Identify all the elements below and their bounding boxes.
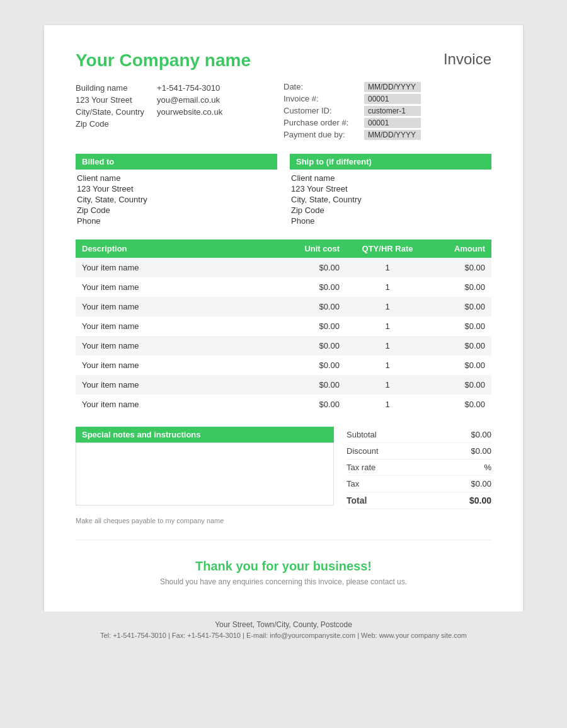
item-description: Your item name bbox=[76, 258, 284, 277]
customer-value: customer-1 bbox=[364, 106, 421, 116]
tax-row: Tax $0.00 bbox=[346, 476, 491, 492]
customer-id-row: Customer ID: customer-1 bbox=[284, 106, 491, 116]
item-unit-cost: $0.00 bbox=[284, 355, 346, 375]
billed-to-header: Billed to bbox=[76, 154, 277, 170]
table-row: Your item name $0.00 1 $0.00 bbox=[76, 395, 491, 414]
po-label: Purchase order #: bbox=[284, 118, 359, 128]
item-amount: $0.00 bbox=[429, 277, 491, 297]
item-description: Your item name bbox=[76, 297, 284, 316]
tax-value: $0.00 bbox=[471, 479, 491, 488]
company-name: Your Company name bbox=[76, 50, 251, 71]
table-row: Your item name $0.00 1 $0.00 bbox=[76, 258, 491, 277]
invoice-date-row: Date: MM/DD/YYYY bbox=[284, 82, 491, 92]
bottom-section: Special notes and instructions Subtotal … bbox=[76, 427, 491, 509]
billed-address: Client name 123 Your Street City, State,… bbox=[76, 173, 277, 226]
ship-phone: Phone bbox=[291, 216, 491, 226]
billed-name: Client name bbox=[77, 173, 277, 183]
item-qty: 1 bbox=[346, 316, 429, 336]
date-value: MM/DD/YYYY bbox=[364, 82, 421, 92]
item-amount: $0.00 bbox=[429, 258, 491, 277]
tax-label: Tax bbox=[346, 479, 359, 488]
table-row: Your item name $0.00 1 $0.00 bbox=[76, 297, 491, 316]
item-amount: $0.00 bbox=[429, 375, 491, 395]
tax-rate-label: Tax rate bbox=[346, 463, 375, 472]
discount-label: Discount bbox=[346, 446, 379, 456]
item-unit-cost: $0.00 bbox=[284, 277, 346, 297]
date-label: Date: bbox=[284, 82, 359, 92]
tax-rate-value: % bbox=[484, 463, 491, 472]
invoice-value: 00001 bbox=[364, 94, 421, 104]
totals-box: Subtotal $0.00 Discount $0.00 Tax rate %… bbox=[346, 427, 491, 509]
col-qty: QTY/HR Rate bbox=[346, 240, 429, 258]
item-qty: 1 bbox=[346, 375, 429, 395]
invoice-label: Invoice #: bbox=[284, 94, 359, 104]
table-row: Your item name $0.00 1 $0.00 bbox=[76, 375, 491, 395]
ship-name: Client name bbox=[291, 173, 491, 183]
billed-city: City, State, Country bbox=[77, 195, 277, 204]
item-description: Your item name bbox=[76, 355, 284, 375]
col-description: Description bbox=[76, 240, 284, 258]
notes-content[interactable] bbox=[76, 442, 334, 506]
item-amount: $0.00 bbox=[429, 395, 491, 414]
ship-street: 123 Your Street bbox=[291, 184, 491, 194]
company-address-line2: 123 Your Street bbox=[76, 94, 157, 106]
footer-address: Your Street, Town/City, County, Postcode bbox=[0, 620, 567, 629]
ship-to-box: Ship to (if different) Client name 123 Y… bbox=[290, 154, 491, 226]
item-description: Your item name bbox=[76, 316, 284, 336]
company-address-line1: Building name bbox=[76, 82, 157, 94]
item-qty: 1 bbox=[346, 297, 429, 316]
table-row: Your item name $0.00 1 $0.00 bbox=[76, 277, 491, 297]
payment-due-row: Payment due by: MM/DD/YYYY bbox=[284, 130, 491, 140]
table-row: Your item name $0.00 1 $0.00 bbox=[76, 355, 491, 375]
company-website: yourwebsite.co.uk bbox=[157, 106, 222, 118]
invoice-document: Your Company name Invoice Building name … bbox=[44, 25, 523, 611]
ship-to-header: Ship to (if different) bbox=[290, 154, 491, 170]
bill-ship-section: Billed to Client name 123 Your Street Ci… bbox=[76, 154, 491, 226]
notes-header: Special notes and instructions bbox=[76, 427, 334, 442]
subtotal-value: $0.00 bbox=[471, 430, 491, 439]
total-label: Total bbox=[346, 495, 367, 506]
purchase-order-row: Purchase order #: 00001 bbox=[284, 118, 491, 128]
discount-value: $0.00 bbox=[471, 446, 491, 456]
table-row: Your item name $0.00 1 $0.00 bbox=[76, 316, 491, 336]
items-table: Description Unit cost QTY/HR Rate Amount… bbox=[76, 240, 491, 414]
top-section: Building name +1-541-754-3010 123 Your S… bbox=[76, 82, 491, 140]
thank-you-title: Thank you for your business! bbox=[76, 559, 491, 574]
discount-row: Discount $0.00 bbox=[346, 443, 491, 459]
company-phone: +1-541-754-3010 bbox=[157, 82, 222, 94]
invoice-header: Your Company name Invoice bbox=[76, 50, 491, 71]
col-amount: Amount bbox=[429, 240, 491, 258]
item-unit-cost: $0.00 bbox=[284, 297, 346, 316]
item-qty: 1 bbox=[346, 277, 429, 297]
company-email: you@email.co.uk bbox=[157, 94, 222, 106]
item-unit-cost: $0.00 bbox=[284, 375, 346, 395]
invoice-meta: Date: MM/DD/YYYY Invoice #: 00001 Custom… bbox=[284, 82, 491, 140]
billed-to-box: Billed to Client name 123 Your Street Ci… bbox=[76, 154, 277, 226]
item-unit-cost: $0.00 bbox=[284, 316, 346, 336]
item-amount: $0.00 bbox=[429, 336, 491, 355]
notes-box: Special notes and instructions bbox=[76, 427, 334, 509]
billed-phone: Phone bbox=[77, 216, 277, 226]
thank-you-section: Thank you for your business! Should you … bbox=[76, 546, 491, 592]
cheque-note: Make all cheques payable to my company n… bbox=[76, 517, 491, 524]
billed-zip: Zip Code bbox=[77, 205, 277, 215]
item-qty: 1 bbox=[346, 336, 429, 355]
invoice-title: Invoice bbox=[444, 50, 491, 68]
company-address-line4: Zip Code bbox=[76, 118, 157, 130]
company-contact: Building name +1-541-754-3010 123 Your S… bbox=[76, 82, 284, 140]
item-amount: $0.00 bbox=[429, 355, 491, 375]
footer-contact: Tel: +1-541-754-3010 | Fax: +1-541-754-3… bbox=[0, 632, 567, 639]
payment-value: MM/DD/YYYY bbox=[364, 130, 421, 140]
item-unit-cost: $0.00 bbox=[284, 395, 346, 414]
table-row: Your item name $0.00 1 $0.00 bbox=[76, 336, 491, 355]
item-qty: 1 bbox=[346, 355, 429, 375]
ship-city: City, State, Country bbox=[291, 195, 491, 204]
divider bbox=[76, 540, 491, 540]
item-amount: $0.00 bbox=[429, 297, 491, 316]
item-amount: $0.00 bbox=[429, 316, 491, 336]
item-unit-cost: $0.00 bbox=[284, 336, 346, 355]
item-description: Your item name bbox=[76, 395, 284, 414]
item-qty: 1 bbox=[346, 258, 429, 277]
subtotal-row: Subtotal $0.00 bbox=[346, 427, 491, 443]
item-description: Your item name bbox=[76, 277, 284, 297]
